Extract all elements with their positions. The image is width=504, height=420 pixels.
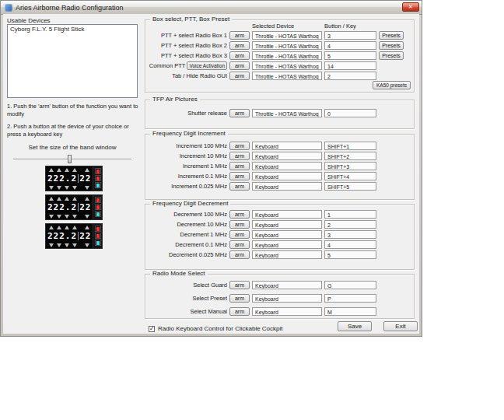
presets-cell: Presets [379,51,404,60]
mapping-label-cell: Decrement 0.025 MHz [149,251,227,258]
device-field[interactable]: Keyboard [252,142,322,150]
arm-button[interactable]: arm [229,240,250,249]
mapping-label-cell: Common PTTVoice Activation [149,61,227,70]
up-arrow-icon [72,197,77,201]
arm-button[interactable]: arm [229,72,250,80]
mapping-row: Decrement 1 MHzarmKeyboard3 [149,229,414,239]
device-field[interactable]: Keyboard [252,307,322,316]
mapping-label: Decrement 100 MHz [173,211,227,218]
key-field[interactable]: 4 [324,240,376,249]
arm-button[interactable]: arm [229,182,250,191]
up-arrow-icon [57,168,61,172]
key-field[interactable]: P [324,294,376,303]
key-field[interactable]: 2 [324,220,376,229]
device-field[interactable]: Throttle - HOTAS Warthog [252,31,322,40]
device-field[interactable]: Keyboard [252,162,322,170]
mapping-row: Decrement 100 MHzarmKeyboard1 [149,209,414,219]
device-field[interactable]: Keyboard [252,220,322,229]
mapping-label: PTT + select Radio Box 1 [161,32,227,39]
mode-button [95,240,101,246]
key-field[interactable]: 14 [324,61,376,70]
instruction-line: 2. Push a button at the device of your c… [7,123,141,138]
titlebar[interactable]: Aries Airborne Radio Configuration ✕ [1,1,422,15]
device-field[interactable]: Keyboard [252,230,322,239]
key-field[interactable]: 5 [324,250,376,259]
arm-button[interactable]: arm [229,281,250,289]
key-field[interactable]: 5 [324,51,376,60]
band-size-slider-thumb[interactable] [68,155,72,163]
arm-button[interactable]: arm [229,41,250,50]
device-field[interactable]: Throttle - HOTAS Warthog [252,51,322,60]
device-field[interactable]: Throttle - HOTAS Warthog [252,109,322,117]
down-arrow-icon [85,215,89,219]
key-field[interactable]: 4 [324,41,376,50]
key-field[interactable]: 3 [324,31,376,40]
band-size-slider-track[interactable] [13,159,131,159]
exit-button[interactable]: Exit [383,321,418,331]
presets-button[interactable]: Presets [379,31,404,40]
arm-button[interactable]: arm [229,230,250,239]
device-field[interactable]: Keyboard [252,172,322,180]
mapping-label-cell: Shutter release [149,110,227,117]
key-field[interactable]: SHIFT+2 [324,152,376,160]
device-listbox[interactable]: Cyborg F.L.Y. 5 Flight Stick [7,24,138,98]
column-headers: Selected Device Button / Key [149,23,414,29]
arm-button[interactable]: arm [229,220,250,229]
dialog-body: Usable Devices Cyborg F.L.Y. 5 Flight St… [3,14,419,334]
arm-button[interactable]: arm [229,61,250,70]
mode-button [95,211,101,217]
arm-button[interactable]: arm [229,31,250,40]
key-field[interactable]: 2 [324,72,376,80]
key-field[interactable]: 3 [324,230,376,239]
mapping-label-cell: Select Manual [149,308,227,315]
key-field[interactable]: SHIFT+4 [324,172,376,180]
up-arrow-icon [65,226,69,229]
mode-button [95,204,101,210]
voice-activation-button[interactable]: Voice Activation [187,61,227,70]
device-field[interactable]: Keyboard [252,152,322,160]
key-field[interactable]: SHIFT+1 [324,142,376,150]
key-field[interactable]: 1 [324,210,376,219]
presets-button[interactable]: Presets [379,41,404,50]
device-field[interactable]: Keyboard [252,294,322,303]
save-button[interactable]: Save [338,321,372,331]
up-arrow-icon [57,226,61,229]
instructions-text: 1. Push the 'arm' button of the function… [7,103,141,144]
device-field[interactable]: Keyboard [252,210,322,219]
instruction-line: 1. Push the 'arm' button of the function… [7,103,141,118]
key-field[interactable]: 0 [324,109,376,117]
device-list-item[interactable]: Cyborg F.L.Y. 5 Flight Stick [8,25,137,33]
up-arrow-icon [85,197,89,201]
mapping-label: Increment 0.1 MHz [178,173,227,180]
key-field[interactable]: M [324,307,376,316]
arm-button[interactable]: arm [229,307,250,316]
keyboard-control-checkbox[interactable]: ✓ [149,326,155,332]
arm-button[interactable]: arm [229,210,250,219]
presets-button[interactable]: Presets [379,51,404,60]
key-field[interactable]: SHIFT+3 [324,162,376,170]
arm-button[interactable]: arm [229,172,250,180]
arm-button[interactable]: arm [229,162,250,170]
device-field[interactable]: Keyboard [252,281,322,289]
arm-button[interactable]: arm [229,152,250,160]
mapping-label-cell: Increment 0.025 MHz [149,183,227,190]
arm-button[interactable]: arm [229,294,250,303]
device-field[interactable]: Keyboard [252,240,322,249]
down-arrow-icon [57,215,61,219]
key-field[interactable]: G [324,281,376,289]
device-field[interactable]: Throttle - HOTAS Warthog [252,41,322,50]
arm-button[interactable]: arm [229,142,250,150]
close-button[interactable]: ✕ [402,2,419,12]
arm-button[interactable]: arm [229,109,250,117]
device-field[interactable]: Keyboard [252,250,322,259]
arm-button[interactable]: arm [229,250,250,259]
band-display: 222.222 [46,224,93,248]
mapping-label-cell: Select Guard [149,282,227,289]
mapping-label: Shutter release [187,110,227,117]
ka50-presets-button[interactable]: KA50 presets [373,81,411,89]
device-field[interactable]: Throttle - HOTAS Warthog [252,72,322,80]
arm-button[interactable]: arm [229,51,250,60]
device-field[interactable]: Keyboard [252,182,322,191]
key-field[interactable]: SHIFT+5 [324,182,376,191]
device-field[interactable]: Throttle - HOTAS Warthog [252,61,322,70]
